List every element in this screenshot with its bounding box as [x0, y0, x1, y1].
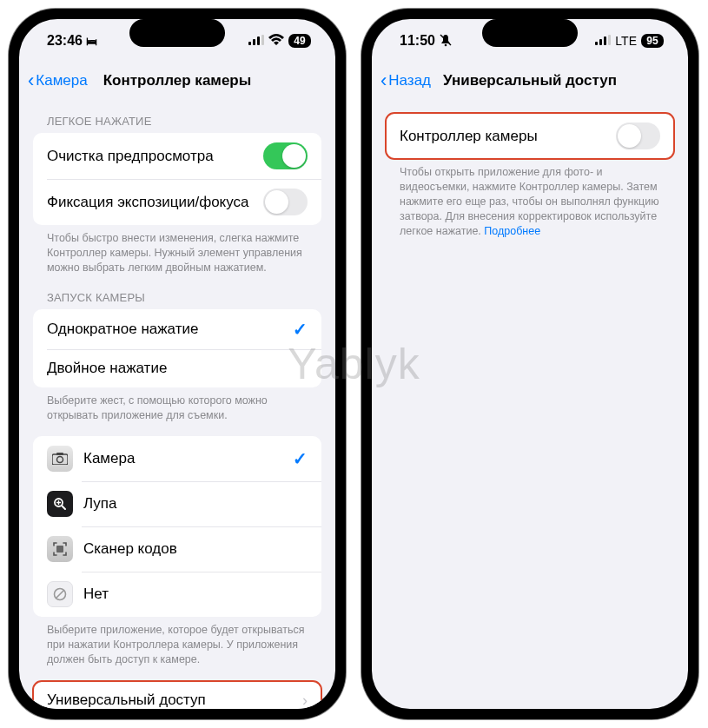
- row-single-press[interactable]: Однократное нажатие ✓: [33, 309, 321, 349]
- signal-icon: [595, 33, 611, 49]
- svg-point-15: [445, 43, 447, 46]
- nav-bar: ‹ Назад Универсальный доступ: [372, 63, 688, 99]
- row-label: Очистка предпросмотра: [47, 148, 263, 165]
- row-clear-preview[interactable]: Очистка предпросмотра: [33, 133, 321, 179]
- content-scroll[interactable]: ЛЕГКОЕ НАЖАТИЕ Очистка предпросмотра Фик…: [19, 99, 335, 709]
- row-label: Однократное нажатие: [47, 321, 293, 338]
- row-app-magnifier[interactable]: Лупа: [33, 481, 321, 526]
- row-label: Нет: [83, 586, 308, 603]
- svg-rect-6: [56, 453, 63, 455]
- lte-label: LTE: [615, 34, 637, 48]
- dynamic-island: [129, 19, 225, 47]
- svg-rect-0: [248, 42, 251, 45]
- section-footer-launch: Выберите жест, с помощью которого можно …: [33, 387, 321, 423]
- row-lock-exposure[interactable]: Фиксация экспозиции/фокуса: [33, 179, 321, 225]
- more-link[interactable]: Подробнее: [484, 225, 540, 237]
- row-label: Лупа: [83, 495, 308, 513]
- signal-icon: [248, 33, 264, 49]
- svg-rect-16: [595, 42, 598, 45]
- battery-badge: 95: [641, 34, 664, 48]
- back-button[interactable]: ‹ Камера: [28, 71, 88, 90]
- row-label: Двойное нажатие: [47, 360, 308, 377]
- svg-rect-19: [608, 35, 611, 45]
- none-icon: [47, 581, 73, 607]
- phone-right: 11:50 LTE 95 ‹ Назад Универсальный досту…: [361, 9, 698, 719]
- screen-left: 23:46 🛏 49 ‹ Камера Контроллер камеры: [19, 19, 335, 709]
- status-time: 11:50: [400, 33, 435, 49]
- chevron-left-icon: ‹: [380, 71, 387, 90]
- qr-scanner-icon: [47, 536, 73, 562]
- svg-rect-3: [261, 35, 264, 45]
- svg-rect-2: [257, 36, 260, 45]
- svg-rect-1: [253, 39, 255, 45]
- section-header-launch: ЗАПУСК КАМЕРЫ: [33, 275, 321, 309]
- section-header-light-press: ЛЕГКОЕ НАЖАТИЕ: [33, 99, 321, 133]
- row-app-scanner[interactable]: Сканер кодов: [33, 526, 321, 572]
- svg-rect-11: [56, 546, 63, 553]
- group-accessibility: Универсальный доступ ›: [33, 681, 321, 709]
- row-double-press[interactable]: Двойное нажатие: [33, 349, 321, 387]
- svg-rect-17: [599, 39, 602, 45]
- phone-left: 23:46 🛏 49 ‹ Камера Контроллер камеры: [9, 9, 346, 719]
- back-label: Камера: [36, 72, 87, 89]
- row-accessibility[interactable]: Универсальный доступ ›: [33, 681, 321, 709]
- battery-badge: 49: [288, 34, 311, 48]
- row-label: Универсальный доступ: [47, 692, 302, 709]
- bed-icon: 🛏: [86, 35, 97, 48]
- checkmark-icon: ✓: [293, 319, 308, 340]
- wifi-icon: [268, 33, 284, 49]
- section-footer-controller: Чтобы открыть приложение для фото- и вид…: [386, 159, 674, 238]
- magnifier-icon: [47, 491, 73, 517]
- svg-rect-18: [604, 36, 606, 45]
- toggle-clear-preview[interactable]: [263, 142, 308, 169]
- svg-line-8: [62, 506, 65, 509]
- checkmark-icon: ✓: [293, 448, 308, 469]
- row-app-none[interactable]: Нет: [33, 572, 321, 617]
- dynamic-island: [482, 19, 578, 47]
- row-label: Камера: [83, 450, 293, 467]
- chevron-right-icon: ›: [302, 692, 308, 710]
- svg-point-5: [57, 457, 63, 463]
- toggle-lock-exposure[interactable]: [263, 189, 308, 215]
- row-camera-controller[interactable]: Контроллер камеры: [386, 113, 674, 159]
- section-footer-light-press: Чтобы быстро внести изменения, слегка на…: [33, 225, 321, 275]
- camera-icon: [47, 446, 73, 472]
- group-launch: Однократное нажатие ✓ Двойное нажатие: [33, 309, 321, 387]
- group-camera-controller: Контроллер камеры: [386, 113, 674, 159]
- section-footer-apps: Выберите приложение, которое будет откры…: [33, 617, 321, 667]
- content-scroll[interactable]: Контроллер камеры Чтобы открыть приложен…: [372, 99, 688, 709]
- status-time: 23:46: [47, 33, 83, 49]
- row-app-camera[interactable]: Камера ✓: [33, 436, 321, 481]
- row-label: Сканер кодов: [83, 540, 308, 558]
- group-light-press: Очистка предпросмотра Фиксация экспозици…: [33, 133, 321, 225]
- screen-right: 11:50 LTE 95 ‹ Назад Универсальный досту…: [372, 19, 688, 709]
- group-apps: Камера ✓ Лупа Сканер кодов: [33, 436, 321, 617]
- silent-icon: [439, 33, 453, 50]
- back-label: Назад: [388, 72, 431, 89]
- row-label: Фиксация экспозиции/фокуса: [47, 194, 263, 211]
- toggle-camera-controller[interactable]: [616, 122, 660, 149]
- row-label: Контроллер камеры: [400, 128, 616, 145]
- back-button[interactable]: ‹ Назад: [380, 71, 431, 90]
- chevron-left-icon: ‹: [28, 71, 34, 90]
- svg-line-13: [56, 591, 64, 599]
- nav-bar: ‹ Камера Контроллер камеры: [19, 63, 335, 99]
